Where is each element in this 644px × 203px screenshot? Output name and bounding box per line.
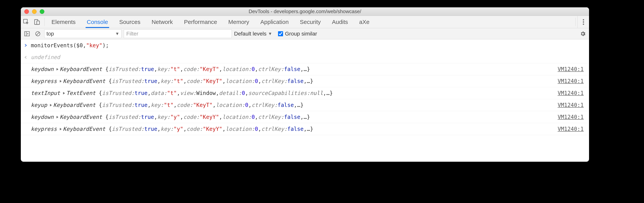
comma: ,	[83, 42, 86, 49]
group-similar-checkbox[interactable]: Group similar	[278, 31, 317, 37]
group-similar-input[interactable]	[278, 31, 283, 36]
comma: ,	[300, 114, 304, 120]
comma: ,	[258, 126, 261, 132]
console-settings-icon[interactable]	[579, 30, 587, 38]
tab-sources[interactable]: Sources	[118, 16, 142, 28]
prop-value: false	[287, 126, 304, 132]
prop-value: true	[144, 126, 157, 132]
tab-application[interactable]: Application	[259, 16, 290, 28]
log-content: keydownKeyboardEvent {isTrusted: true, k…	[31, 66, 558, 72]
comma: ,	[304, 126, 307, 132]
toggle-sidebar-icon[interactable]	[23, 30, 31, 38]
tab-console[interactable]: Console	[86, 16, 109, 28]
prop-key: ctrlKey:	[258, 114, 284, 120]
prop-value: "t"	[174, 78, 183, 84]
console-log-row: keypressKeyboardEvent {isTrusted: true, …	[21, 75, 589, 87]
prop-key: isTrusted:	[102, 90, 134, 96]
svg-marker-13	[63, 92, 65, 94]
more-menu-icon[interactable]	[578, 16, 589, 28]
source-link[interactable]: VM1240:1	[558, 90, 584, 96]
prop-value: 0	[252, 66, 255, 72]
input-fn: monitorEvents	[31, 42, 73, 49]
prop-key: location:	[222, 66, 252, 72]
prop-value: 0	[255, 126, 258, 132]
svg-marker-15	[56, 116, 58, 118]
source-link[interactable]: VM1240:1	[558, 114, 584, 120]
comma: ,	[255, 66, 258, 72]
open-brace: {	[99, 90, 102, 96]
event-class: KeyboardEvent	[53, 102, 99, 108]
console-log-row: keydownKeyboardEvent {isTrusted: true, k…	[21, 63, 589, 75]
open-brace: {	[108, 126, 112, 132]
levels-label: Default levels	[234, 31, 266, 37]
comma: ,	[216, 90, 219, 96]
log-content: keydownKeyboardEvent {isTrusted: true, k…	[31, 114, 558, 120]
prop-value: "KeyT"	[193, 102, 212, 108]
prop-key: code:	[186, 126, 203, 132]
prop-value: false	[287, 78, 304, 84]
comma: ,	[177, 90, 180, 96]
prop-key: key:	[160, 126, 174, 132]
prop-value: "KeyT"	[203, 78, 222, 84]
execution-context-selector[interactable]: top ▼	[44, 30, 122, 38]
prop-key: key:	[157, 114, 170, 120]
tab-security[interactable]: Security	[299, 16, 322, 28]
console-log-row: keydownKeyboardEvent {isTrusted: true, k…	[21, 111, 589, 123]
prop-key: ctrlKey:	[258, 66, 284, 72]
console-body: monitorEvents($0, "key"); undefined keyd…	[21, 39, 589, 162]
tab-network[interactable]: Network	[150, 16, 174, 28]
source-link[interactable]: VM1240:1	[558, 66, 584, 72]
prop-value: "t"	[170, 66, 180, 72]
open-paren: (	[73, 42, 76, 49]
disclosure-triangle-icon[interactable]	[49, 104, 52, 107]
device-toolbar-icon[interactable]	[32, 16, 42, 28]
chevron-down-icon: ▼	[115, 31, 119, 36]
source-link[interactable]: VM1240:1	[558, 78, 584, 84]
prop-key: ctrlKey:	[261, 126, 287, 132]
tab-axe[interactable]: aXe	[358, 16, 370, 28]
log-content: keypressKeyboardEvent {isTrusted: true, …	[31, 126, 558, 132]
prop-value: false	[284, 66, 300, 72]
event-name: keyup	[31, 102, 47, 108]
comma: ,	[183, 126, 187, 132]
titlebar: DevTools - developers.google.com/web/sho…	[21, 7, 589, 16]
svg-marker-14	[50, 104, 52, 106]
prop-key: code:	[177, 102, 193, 108]
comma: ,	[219, 114, 222, 120]
prop-value: 0	[242, 90, 245, 96]
log-content: keypressKeyboardEvent {isTrusted: true, …	[31, 78, 558, 84]
prop-value: null	[310, 90, 323, 96]
disclosure-triangle-icon[interactable]	[59, 128, 62, 131]
log-levels-selector[interactable]: Default levels ▼	[234, 31, 272, 37]
inspect-element-icon[interactable]	[21, 16, 32, 28]
disclosure-triangle-icon[interactable]	[56, 68, 59, 71]
disclosure-triangle-icon[interactable]	[62, 92, 66, 95]
group-similar-label: Group similar	[285, 31, 317, 37]
svg-point-3	[583, 19, 584, 21]
comma: ,	[174, 102, 177, 108]
prop-value: "y"	[170, 114, 180, 120]
svg-marker-11	[56, 68, 58, 70]
tab-memory[interactable]: Memory	[227, 16, 250, 28]
tab-performance[interactable]: Performance	[183, 16, 218, 28]
tab-audits[interactable]: Audits	[331, 16, 349, 28]
console-input-row[interactable]: monitorEvents($0, "key");	[21, 39, 589, 51]
source-link[interactable]: VM1240:1	[558, 102, 584, 108]
comma: ,	[222, 78, 226, 84]
clear-console-icon[interactable]	[34, 30, 42, 38]
source-link[interactable]: VM1240:1	[558, 126, 584, 132]
prop-key: key:	[151, 102, 164, 108]
prop-value: 0	[245, 102, 248, 108]
console-return-row: undefined	[21, 51, 589, 63]
prop-key: data:	[151, 90, 167, 96]
prop-value: "t"	[164, 102, 174, 108]
disclosure-triangle-icon[interactable]	[59, 80, 62, 83]
event-name: keydown	[31, 114, 54, 120]
prop-value: "KeyT"	[200, 66, 219, 72]
open-brace: {	[99, 102, 102, 108]
filter-input[interactable]	[124, 30, 232, 38]
comma: ,	[323, 90, 326, 96]
disclosure-triangle-icon[interactable]	[56, 116, 59, 119]
tab-elements[interactable]: Elements	[50, 16, 77, 28]
comma: ,	[300, 66, 304, 72]
